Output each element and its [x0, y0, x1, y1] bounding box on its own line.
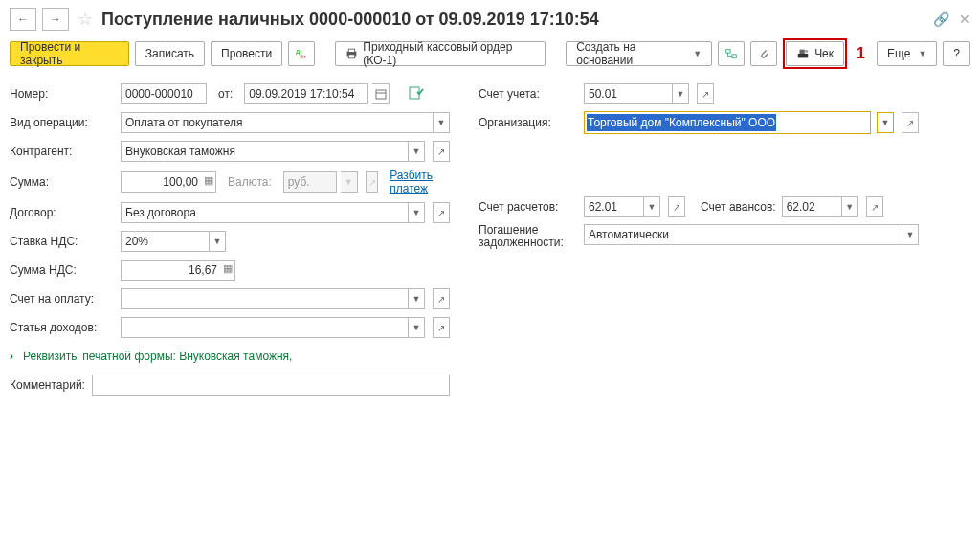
- income-input[interactable]: [121, 317, 408, 338]
- nav-forward-button[interactable]: →: [42, 8, 69, 31]
- svg-rect-3: [349, 49, 355, 52]
- vat-rate-input[interactable]: [121, 231, 209, 252]
- sum-input[interactable]: [121, 171, 216, 193]
- cash-register-icon: [796, 47, 810, 60]
- contractor-open-button[interactable]: ↗: [433, 141, 450, 162]
- contractor-input[interactable]: [121, 141, 408, 162]
- split-payment-link[interactable]: Разбить платеж: [390, 169, 450, 195]
- calculator-icon[interactable]: ▦: [223, 262, 233, 275]
- invoice-open-button[interactable]: ↗: [433, 288, 450, 309]
- settle-acc-dropdown[interactable]: ▼: [643, 196, 660, 217]
- attach-button[interactable]: [750, 41, 777, 66]
- comment-input[interactable]: [92, 375, 450, 396]
- invoice-label: Счет на оплату:: [10, 292, 115, 306]
- number-label: Номер:: [10, 87, 115, 101]
- svg-rect-8: [800, 50, 805, 54]
- op-type-label: Вид операции:: [10, 116, 115, 129]
- op-type-dropdown[interactable]: ▼: [433, 112, 450, 133]
- help-button[interactable]: ?: [943, 41, 970, 66]
- callout-number: 1: [857, 45, 865, 62]
- op-type-input[interactable]: [121, 112, 433, 133]
- svg-rect-5: [726, 50, 730, 54]
- org-dropdown[interactable]: ▼: [877, 112, 894, 133]
- contract-dropdown[interactable]: ▼: [408, 202, 425, 223]
- close-icon[interactable]: ✕: [959, 11, 970, 27]
- account-label: Счет учета:: [479, 87, 578, 101]
- currency-input: [283, 171, 337, 193]
- contract-label: Договор:: [10, 206, 115, 219]
- invoice-dropdown[interactable]: ▼: [408, 288, 425, 309]
- account-input[interactable]: [584, 83, 672, 104]
- vat-sum-label: Сумма НДС:: [10, 263, 115, 277]
- contractor-label: Контрагент:: [10, 145, 115, 158]
- paperclip-icon: [757, 47, 770, 60]
- currency-label: Валюта:: [222, 175, 278, 189]
- org-open-button[interactable]: ↗: [902, 112, 919, 133]
- income-dropdown[interactable]: ▼: [408, 317, 425, 338]
- advance-acc-dropdown[interactable]: ▼: [841, 196, 858, 217]
- number-input[interactable]: [121, 83, 207, 104]
- svg-text:Кт: Кт: [300, 53, 306, 59]
- debt-input[interactable]: [584, 224, 902, 245]
- check-highlight-box: Чек: [783, 38, 847, 69]
- from-label: от:: [212, 87, 238, 101]
- related-docs-button[interactable]: [718, 41, 745, 66]
- print-ko1-button[interactable]: Приходный кассовый ордер (КО-1): [335, 41, 546, 66]
- page-title: Поступление наличных 0000-000010 от 09.0…: [101, 10, 599, 30]
- status-icon[interactable]: [409, 86, 424, 102]
- income-label: Статья доходов:: [10, 321, 115, 334]
- svg-rect-10: [376, 90, 386, 99]
- invoice-input[interactable]: [121, 288, 408, 309]
- more-button[interactable]: Еще▼: [877, 41, 937, 66]
- account-dropdown[interactable]: ▼: [672, 83, 689, 104]
- settle-acc-input[interactable]: [584, 196, 643, 217]
- print-requisites-link[interactable]: › Реквизиты печатной формы: Внуковская т…: [10, 345, 450, 368]
- advance-acc-label: Счет авансов:: [701, 200, 776, 214]
- calendar-icon[interactable]: [372, 83, 390, 104]
- settle-acc-label: Счет расчетов:: [479, 200, 578, 214]
- settle-acc-open-button[interactable]: ↗: [668, 196, 685, 217]
- vat-rate-label: Ставка НДС:: [10, 235, 115, 248]
- chevron-right-icon: ›: [10, 350, 13, 363]
- favorite-star-icon[interactable]: ☆: [78, 9, 93, 30]
- income-open-button[interactable]: ↗: [433, 317, 450, 338]
- nav-back-button[interactable]: ←: [10, 8, 36, 31]
- svg-point-9: [805, 50, 809, 54]
- vat-rate-dropdown[interactable]: ▼: [209, 231, 226, 252]
- svg-rect-6: [732, 55, 736, 58]
- debt-label: Погашение задолженности:: [479, 224, 578, 249]
- link-icon[interactable]: 🔗: [933, 11, 949, 27]
- org-value: Торговый дом "Комплексный" ООО: [587, 114, 776, 131]
- currency-dropdown: ▼: [341, 171, 358, 193]
- calculator-icon[interactable]: ▦: [204, 174, 213, 187]
- svg-rect-7: [798, 54, 809, 57]
- svg-rect-4: [349, 55, 355, 58]
- contract-open-button[interactable]: ↗: [433, 202, 450, 223]
- submit-button[interactable]: Провести: [211, 41, 282, 66]
- date-input[interactable]: [244, 83, 368, 104]
- save-button[interactable]: Записать: [135, 41, 205, 66]
- contract-input[interactable]: [121, 202, 408, 223]
- advance-acc-open-button[interactable]: ↗: [866, 196, 883, 217]
- org-label: Организация:: [479, 116, 578, 129]
- create-based-button[interactable]: Создать на основании▼: [566, 41, 712, 66]
- contractor-dropdown[interactable]: ▼: [408, 141, 425, 162]
- debt-dropdown[interactable]: ▼: [902, 224, 919, 245]
- org-field[interactable]: Торговый дом "Комплексный" ООО: [584, 111, 871, 134]
- printer-icon: [345, 47, 358, 60]
- debit-credit-button[interactable]: ДтКт: [288, 41, 315, 66]
- advance-acc-input[interactable]: [782, 196, 841, 217]
- sum-label: Сумма:: [10, 175, 115, 189]
- submit-and-close-button[interactable]: Провести и закрыть: [10, 41, 129, 66]
- account-open-button[interactable]: ↗: [697, 83, 714, 104]
- chevron-down-icon: ▼: [693, 49, 702, 58]
- chevron-down-icon: ▼: [918, 49, 926, 58]
- vat-sum-input[interactable]: [121, 260, 235, 281]
- check-button[interactable]: Чек: [786, 41, 844, 66]
- currency-open-button: ↗: [366, 171, 378, 193]
- comment-label: Комментарий:: [10, 378, 86, 392]
